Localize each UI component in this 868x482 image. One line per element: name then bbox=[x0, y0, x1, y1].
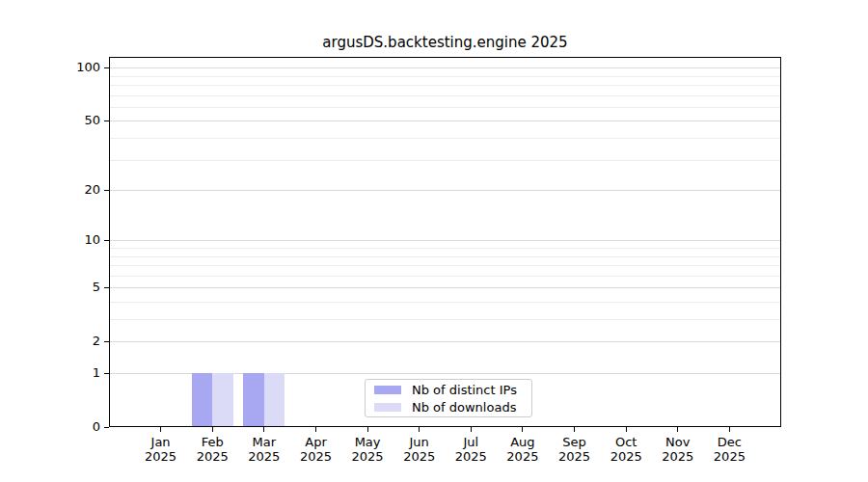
bar-nb-of-downloads bbox=[264, 373, 285, 427]
gridline-minor bbox=[110, 85, 780, 86]
gridline-minor bbox=[110, 95, 780, 96]
gridline-major bbox=[110, 240, 780, 241]
legend-label: Nb of downloads bbox=[412, 400, 516, 415]
y-tick-label: 10 bbox=[42, 232, 100, 248]
gridline-major bbox=[110, 190, 780, 191]
gridline-major bbox=[110, 120, 780, 121]
legend-swatch bbox=[374, 403, 401, 412]
y-tick bbox=[104, 427, 109, 428]
x-tick bbox=[574, 427, 575, 432]
legend-entry: Nb of downloads bbox=[374, 400, 523, 415]
y-tick bbox=[104, 287, 109, 288]
figure: argusDS.backtesting.engine 2025 01251020… bbox=[0, 0, 868, 482]
y-tick bbox=[104, 240, 109, 241]
bar-nb-of-distinct-ips bbox=[243, 373, 263, 427]
gridline-minor bbox=[110, 302, 780, 303]
y-tick-label: 2 bbox=[42, 334, 100, 349]
bar-nb-of-downloads bbox=[212, 373, 232, 427]
x-tick bbox=[677, 427, 678, 432]
y-tick bbox=[104, 341, 109, 342]
x-tick bbox=[212, 427, 213, 432]
legend: Nb of distinct IPsNb of downloads bbox=[365, 379, 532, 417]
y-tick-label: 50 bbox=[42, 113, 100, 128]
x-tick bbox=[263, 427, 264, 432]
x-tick bbox=[729, 427, 730, 432]
y-tick-label: 1 bbox=[42, 365, 100, 381]
gridline-minor bbox=[110, 276, 780, 277]
x-tick bbox=[315, 427, 316, 432]
gridline-minor bbox=[110, 256, 780, 257]
gridline-minor bbox=[110, 265, 780, 266]
x-tick-year: 2025 bbox=[698, 449, 760, 464]
x-tick bbox=[522, 427, 523, 432]
y-tick bbox=[104, 190, 109, 191]
y-tick-label: 5 bbox=[42, 280, 100, 295]
x-tick bbox=[367, 427, 368, 432]
gridline-minor bbox=[110, 248, 780, 249]
gridline-minor bbox=[110, 76, 780, 77]
y-tick bbox=[104, 67, 109, 68]
bar-nb-of-distinct-ips bbox=[192, 373, 212, 427]
plot-frame bbox=[109, 57, 781, 427]
x-tick bbox=[419, 427, 420, 432]
gridline-minor bbox=[110, 107, 780, 108]
x-tick bbox=[626, 427, 627, 432]
gridline-minor bbox=[110, 138, 780, 139]
legend-label: Nb of distinct IPs bbox=[412, 383, 517, 397]
gridline-major bbox=[110, 341, 780, 342]
x-tick bbox=[160, 427, 161, 432]
y-tick bbox=[104, 120, 109, 121]
x-tick-month: Dec bbox=[698, 435, 760, 449]
y-tick-label: 100 bbox=[42, 60, 100, 75]
x-tick-label: Dec2025 bbox=[698, 435, 760, 464]
legend-entry: Nb of distinct IPs bbox=[374, 383, 523, 397]
x-tick bbox=[471, 427, 472, 432]
y-tick-label: 20 bbox=[42, 182, 100, 198]
gridline-minor bbox=[110, 160, 780, 161]
y-tick-label: 0 bbox=[42, 419, 100, 435]
gridline-major bbox=[110, 287, 780, 288]
gridline-major bbox=[110, 67, 780, 68]
gridline-minor bbox=[110, 319, 780, 320]
chart-title: argusDS.backtesting.engine 2025 bbox=[109, 34, 781, 51]
legend-swatch bbox=[374, 386, 401, 394]
y-tick bbox=[104, 373, 109, 374]
